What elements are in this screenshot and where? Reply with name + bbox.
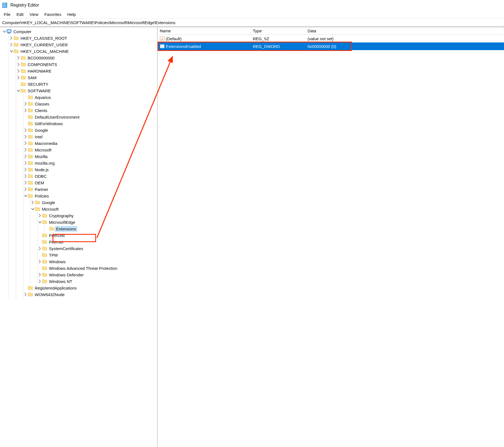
chevron-right-icon[interactable] (24, 187, 28, 191)
folder-icon (28, 114, 33, 119)
chevron-right-icon[interactable] (24, 134, 28, 139)
tree-row-registeredapplications[interactable]: RegisteredApplications (24, 285, 157, 291)
tree-row-peernet[interactable]: Peernet (38, 239, 157, 245)
chevron-right-icon[interactable] (24, 180, 28, 185)
tree-row-aquarius[interactable]: Aquarius (24, 94, 157, 101)
tree-row-policies[interactable]: Policies (24, 193, 157, 199)
tree-row-extensions[interactable]: Extensions (45, 225, 157, 232)
tree-row-microsoftedge[interactable]: MicrosoftEdge (38, 219, 157, 225)
tree-label: Cryptography (48, 213, 74, 218)
tree-row-intel[interactable]: Intel (24, 133, 157, 140)
chevron-right-icon[interactable] (16, 56, 21, 60)
menu-favorites[interactable]: Favorites (42, 11, 64, 18)
value-row-default[interactable]: (Default) REG_SZ (value not set) (158, 35, 504, 42)
chevron-right-icon[interactable] (31, 200, 35, 205)
tree-label: Windows Defender (48, 273, 85, 277)
window: Registry Editor File Edit View Favorites… (0, 0, 504, 447)
chevron-right-icon[interactable] (16, 75, 21, 80)
chevron-down-icon[interactable] (16, 88, 21, 93)
chevron-down-icon[interactable] (31, 207, 35, 211)
tree-row-security[interactable]: SECURITY (16, 81, 157, 87)
tree-row-partner[interactable]: Partner (24, 186, 157, 193)
tree-label: RegisteredApplications (34, 286, 77, 290)
tree-row-policies-microsoft[interactable]: Microsoft (31, 206, 157, 212)
folder-icon (28, 108, 33, 113)
tree-row-systemcertificates[interactable]: SystemCertificates (38, 245, 157, 252)
folder-icon (28, 285, 33, 290)
tree-label: Classes (34, 102, 50, 106)
menu-edit[interactable]: Edit (14, 11, 26, 18)
tree-row-cryptography[interactable]: Cryptography (38, 212, 157, 219)
tree-row-components[interactable]: COMPONENTS (16, 61, 157, 68)
tree-row-hklm[interactable]: HKEY_LOCAL_MACHINE (9, 48, 157, 55)
chevron-down-icon[interactable] (2, 29, 7, 34)
column-header-data[interactable]: Data (305, 27, 504, 34)
tree-node-computer: Computer HKEY_CLASSES_ROOT (2, 28, 157, 298)
tree-row-google[interactable]: Google (24, 127, 157, 133)
tree-row-windows[interactable]: Windows (38, 258, 157, 265)
tree-row-macromedia[interactable]: Macromedia (24, 140, 157, 147)
folder-icon (21, 75, 26, 80)
chevron-right-icon[interactable] (24, 161, 28, 165)
tree-row-bcd[interactable]: BCD00000000 (16, 55, 157, 61)
chevron-right-icon[interactable] (24, 108, 28, 113)
details-pane[interactable]: Name Type Data (Default) REG_SZ (value n… (158, 27, 504, 447)
menu-help[interactable]: Help (65, 11, 79, 18)
tree-row-mozilla[interactable]: Mozilla (24, 153, 157, 160)
tree-row-oem[interactable]: OEM (24, 179, 157, 186)
tree-row-microsoft[interactable]: Microsoft (24, 147, 157, 153)
chevron-right-icon[interactable] (24, 174, 28, 178)
tree-row-hkcu[interactable]: HKEY_CURRENT_USER (9, 41, 157, 48)
chevron-right-icon[interactable] (38, 279, 42, 283)
chevron-down-icon[interactable] (24, 194, 28, 198)
chevron-right-icon[interactable] (24, 102, 28, 106)
tree-row-wow6432node[interactable]: WOW6432Node (24, 291, 157, 298)
tree-row-clients[interactable]: Clients (24, 107, 157, 114)
chevron-right-icon[interactable] (24, 167, 28, 172)
tree-row-computer[interactable]: Computer (2, 28, 157, 35)
tree-row-mozillaorg[interactable]: mozilla.org (24, 160, 157, 166)
menu-file[interactable]: File (1, 11, 13, 18)
chevron-right-icon[interactable] (24, 141, 28, 145)
tree-label: Extensions (55, 227, 77, 231)
value-row-extensionsenabled[interactable]: ExtensionsEnabled REG_DWORD 0x00000000 (… (158, 42, 504, 50)
tree-label: TPM (48, 253, 59, 257)
chevron-right-icon[interactable] (9, 42, 14, 47)
tree-row-odbc[interactable]: ODBC (24, 173, 157, 179)
chevron-down-icon[interactable] (9, 49, 14, 53)
tree-row-peerdist[interactable]: PeerDist (38, 232, 157, 239)
tree-row-hardware[interactable]: HARDWARE (16, 68, 157, 74)
tree-row-sam[interactable]: SAM (16, 74, 157, 81)
tree-row-hkcr[interactable]: HKEY_CLASSES_ROOT (9, 35, 157, 41)
tree-row-watp[interactable]: Windows Advanced Threat Protection (38, 265, 157, 271)
tree-row-defaultuserenvironment[interactable]: DefaultUserEnvironment (24, 114, 157, 120)
chevron-right-icon[interactable] (24, 128, 28, 132)
titlebar: Registry Editor (0, 0, 504, 10)
chevron-right-icon[interactable] (16, 62, 21, 67)
tree-row-gitforwindows[interactable]: GitForWindows (24, 120, 157, 127)
chevron-right-icon[interactable] (38, 273, 42, 277)
tree-row-software[interactable]: SOFTWARE (16, 87, 157, 94)
chevron-right-icon[interactable] (9, 36, 14, 40)
tree-row-windowsdefender[interactable]: Windows Defender (38, 271, 157, 278)
tree-row-windowsnt[interactable]: Windows NT (38, 278, 157, 285)
chevron-down-icon[interactable] (38, 220, 42, 224)
column-header-type[interactable]: Type (251, 27, 305, 34)
chevron-right-icon[interactable] (16, 69, 21, 73)
menu-view[interactable]: View (27, 11, 41, 18)
folder-icon (28, 134, 33, 139)
tree-pane[interactable]: Computer HKEY_CLASSES_ROOT (0, 27, 158, 447)
chevron-right-icon[interactable] (24, 154, 28, 159)
tree-row-tpm[interactable]: TPM (38, 252, 157, 258)
chevron-right-icon[interactable] (24, 148, 28, 152)
chevron-right-icon[interactable] (24, 292, 28, 297)
chevron-right-icon[interactable] (38, 259, 42, 264)
column-header-name[interactable]: Name (158, 27, 251, 34)
folder-icon (21, 68, 26, 73)
tree-row-nodejs[interactable]: Node.js (24, 166, 157, 173)
chevron-right-icon[interactable] (38, 213, 42, 218)
chevron-right-icon[interactable] (38, 246, 42, 251)
tree-row-classes[interactable]: Classes (24, 101, 157, 107)
tree-row-policies-google[interactable]: Google (31, 199, 157, 206)
address-bar[interactable]: Computer\HKEY_LOCAL_MACHINE\SOFTWARE\Pol… (0, 19, 504, 27)
